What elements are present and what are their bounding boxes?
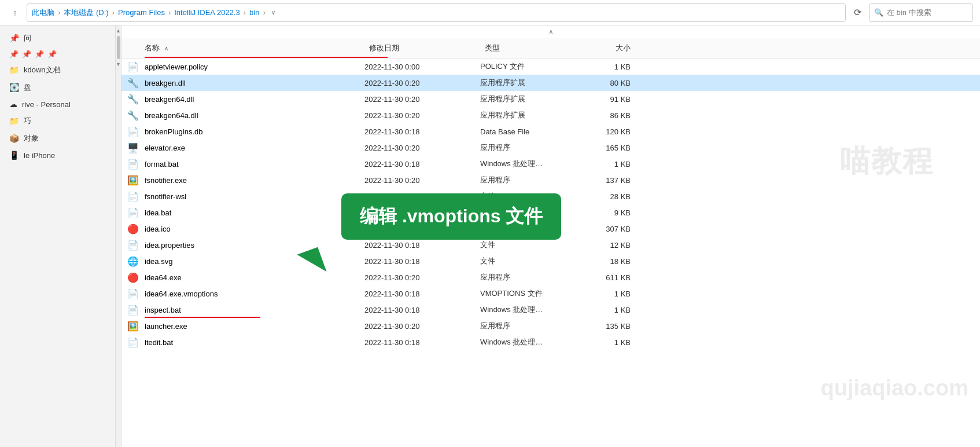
col-header-date[interactable]: 修改日期 (364, 41, 480, 56)
file-date: 2022-11-30 0:20 (364, 95, 480, 104)
table-row[interactable]: 🌐 idea.svg 2022-11-30 0:18 文件 18 KB (121, 253, 980, 269)
address-bar: ↑ 此电脑 › 本地磁盘 (D:) › Program Files › Inte… (0, 0, 980, 25)
sidebar-pins: 📌 📌 📌 📌 (0, 47, 115, 61)
file-size: 137 KB (584, 176, 642, 185)
scroll-indicator-top: ∧ (121, 25, 980, 38)
file-icon-cell: 🌐 (121, 256, 145, 267)
file-type: Data Base File (480, 127, 584, 136)
scroll-thumb[interactable] (117, 36, 120, 59)
sidebar-label-disk: 盘 (24, 82, 31, 93)
sidebar-item-disk[interactable]: 💽 盘 (0, 79, 115, 96)
file-icon-cell: 📄 (121, 61, 145, 72)
table-row[interactable]: 🔧 breakgen64.dll 2022-11-30 0:20 应用程序扩展 … (121, 91, 980, 107)
breadcrumb-programfiles[interactable]: Program Files (118, 8, 165, 17)
file-size: 86 KB (584, 111, 642, 120)
file-date: 2022-11-30 0:18 (364, 290, 480, 298)
table-row[interactable]: 🖼️ launcher.exe 2022-11-30 0:20 应用程序 135… (121, 318, 980, 334)
file-name: idea.svg (145, 257, 364, 266)
file-type-icon: 🖥️ (127, 142, 139, 153)
table-row[interactable]: 📄 brokenPlugins.db 2022-11-30 0:18 Data … (121, 123, 980, 140)
file-type: 应用程序 (480, 272, 584, 283)
search-box[interactable]: 🔍 (869, 3, 973, 22)
file-size: 120 KB (584, 127, 642, 136)
tooltip-text: 编辑 .vmoptions 文件 (360, 204, 543, 229)
pin-icon-2: 📌 (22, 50, 31, 58)
file-date: 2022-11-30 0:20 (364, 176, 480, 185)
col-header-name[interactable]: 名称 ∧ (121, 41, 364, 56)
sidebar-label-drive: rive - Personal (22, 100, 71, 109)
pin-icon-4: 📌 (47, 50, 57, 58)
table-row[interactable]: 🖥️ elevator.exe 2022-11-30 0:20 应用程序 165… (121, 140, 980, 156)
refresh-button[interactable]: ⟳ (849, 5, 865, 21)
file-type: 文件 (480, 240, 584, 250)
breadcrumb-bin[interactable]: bin (249, 8, 259, 17)
file-icon-cell: 🔴 (121, 223, 145, 235)
file-name: brokenPlugins.db (145, 127, 364, 136)
sidebar-item-objects[interactable]: 📦 对象 (0, 130, 115, 146)
file-type-icon: 📄 (127, 191, 139, 202)
file-name: idea.properties (145, 241, 364, 250)
file-type: 应用程序扩展 (480, 110, 584, 120)
breadcrumb-intellij[interactable]: IntelliJ IDEA 2022.3 (174, 8, 240, 17)
file-type: Windows 批处理… (480, 305, 584, 315)
file-name: launcher.exe (145, 322, 364, 331)
file-type: VMOPTIONS 文件 (480, 288, 584, 299)
search-input[interactable] (887, 8, 962, 17)
table-row[interactable]: 🖼️ fsnotifier.exe 2022-11-30 0:20 应用程序 1… (121, 172, 980, 188)
file-list[interactable]: 📄 appletviewer.policy 2022-11-30 0:00 PO… (121, 58, 980, 447)
table-row[interactable]: 🔧 breakgen64a.dll 2022-11-30 0:20 应用程序扩展… (121, 107, 980, 123)
file-icon-cell: 🔴 (121, 272, 145, 283)
table-row[interactable]: 📄 idea64.exe.vmoptions 2022-11-30 0:18 V… (121, 285, 980, 302)
file-date: 2022-11-30 0:00 (364, 63, 480, 71)
file-type: 应用程序 (480, 142, 584, 153)
scroll-up-arrow[interactable]: ▲ (116, 28, 121, 34)
scroll-down-arrow[interactable]: ▼ (116, 61, 121, 67)
sidebar-item-0[interactable]: 📌 问 (0, 30, 115, 46)
table-row[interactable]: 🔴 idea64.exe 2022-11-30 0:20 应用程序 611 KB (121, 269, 980, 285)
sidebar-icon-docs: 📁 (9, 65, 19, 75)
file-date: 2022-11-30 0:18 (364, 127, 480, 136)
sep-3: › (168, 8, 171, 17)
breadcrumb-computer[interactable]: 此电脑 (32, 8, 54, 18)
file-name: idea.ico (145, 225, 364, 233)
breadcrumb-drive[interactable]: 本地磁盘 (D:) (64, 8, 108, 18)
file-icon-cell: 🔧 (121, 78, 145, 89)
scroll-up-chevron[interactable]: ∧ (548, 28, 554, 36)
breadcrumb-dropdown-icon[interactable]: ∨ (271, 9, 275, 16)
file-type: 应用程序扩展 (480, 78, 584, 88)
table-row[interactable]: 📄 ltedit.bat 2022-11-30 0:18 Windows 批处理… (121, 334, 980, 350)
file-size: 165 KB (584, 144, 642, 152)
file-icon-cell: 🖼️ (121, 175, 145, 186)
table-row[interactable]: 📄 appletviewer.policy 2022-11-30 0:00 PO… (121, 58, 980, 75)
file-date: 2022-11-30 0:20 (364, 79, 480, 87)
file-type-icon: 🔧 (127, 78, 139, 89)
table-row[interactable]: 🔧 breakgen.dll 2022-11-30 0:20 应用程序扩展 80… (121, 75, 980, 91)
pin-icon-3: 📌 (35, 50, 44, 58)
file-size: 1 KB (584, 160, 642, 168)
sidebar-item-drive[interactable]: ☁ rive - Personal (0, 97, 115, 112)
file-name: idea64.exe (145, 273, 364, 282)
file-name: inspect.bat (145, 306, 364, 314)
sidebar-item-iphone[interactable]: 📱 le iPhone (0, 148, 115, 163)
sidebar-scrollbar[interactable]: ▲ ▼ (116, 25, 121, 447)
file-icon-cell: 📄 (121, 305, 145, 316)
breadcrumb[interactable]: 此电脑 › 本地磁盘 (D:) › Program Files › Intell… (27, 3, 846, 22)
file-date: 2022-11-30 0:20 (364, 322, 480, 331)
up-button[interactable]: ↑ (7, 5, 23, 21)
file-name: idea.bat (145, 208, 364, 217)
file-type-icon: 📄 (127, 159, 139, 170)
table-row[interactable]: 📄 format.bat 2022-11-30 0:18 Windows 批处理… (121, 156, 980, 172)
file-icon-cell: 📄 (121, 337, 145, 348)
file-date: 2022-11-30 0:20 (364, 144, 480, 152)
col-header-size[interactable]: 大小 (584, 41, 642, 56)
sidebar-icon-disk: 💽 (9, 83, 19, 92)
table-row[interactable]: 📄 inspect.bat 2022-11-30 0:18 Windows 批处… (121, 302, 980, 318)
sidebar-item-qiao[interactable]: 📁 巧 (0, 113, 115, 129)
col-header-type[interactable]: 类型 (480, 41, 584, 56)
file-name: format.bat (145, 160, 364, 168)
sidebar-icon-0: 📌 (9, 34, 19, 43)
file-type-icon: 📄 (127, 61, 139, 72)
sidebar-item-docs[interactable]: 📁 kdown文档 (0, 62, 115, 78)
file-date: 2022-11-30 0:18 (364, 241, 480, 250)
main-layout: 📌 问 📌 📌 📌 📌 📁 kdown文档 💽 盘 ☁ rive - Perso… (0, 25, 980, 447)
